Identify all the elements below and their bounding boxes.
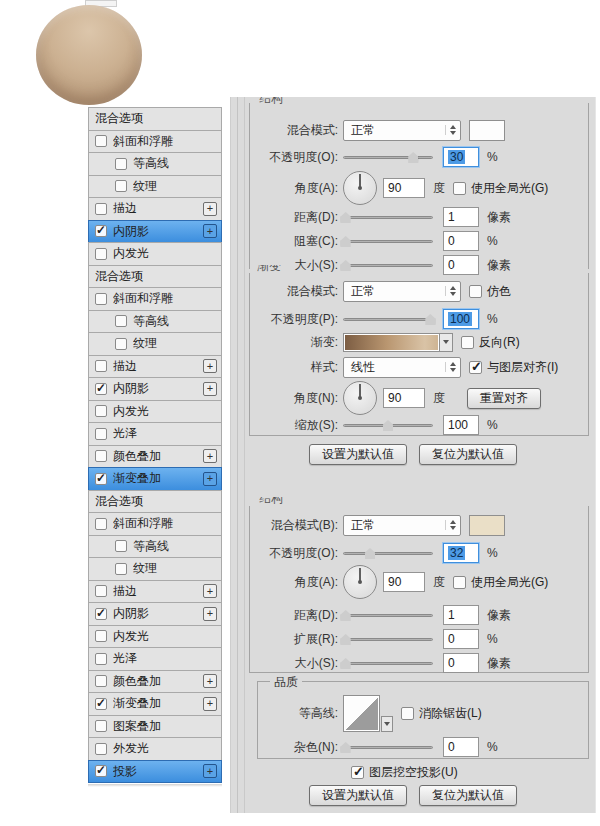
sidebar-effect-item[interactable]: 混合选项 +	[88, 107, 222, 131]
effect-checkbox[interactable]	[95, 473, 107, 485]
sidebar-effect-item[interactable]: 颜色叠加 +	[88, 445, 222, 469]
shadow-color-swatch[interactable]	[469, 515, 505, 536]
add-effect-button[interactable]: +	[203, 359, 217, 373]
effect-checkbox[interactable]	[95, 293, 107, 305]
effect-checkbox[interactable]	[115, 563, 127, 575]
scale-input[interactable]: 100	[443, 415, 479, 435]
choke-slider[interactable]	[343, 234, 433, 248]
effect-checkbox[interactable]	[95, 225, 107, 237]
size-input[interactable]: 0	[443, 255, 479, 275]
choke-input[interactable]: 0	[443, 231, 479, 251]
noise-input[interactable]: 0	[443, 737, 479, 757]
blend-mode-select[interactable]: 正常	[343, 120, 461, 141]
add-effect-button[interactable]: +	[203, 674, 217, 688]
reset-to-default-button[interactable]: 复位为默认值	[419, 785, 517, 806]
sidebar-effect-item[interactable]: 渐变叠加 +	[88, 692, 222, 716]
distance-slider[interactable]	[343, 210, 433, 224]
sidebar-effect-item[interactable]: 光泽 +	[88, 422, 222, 446]
dither-checkbox[interactable]	[469, 285, 482, 298]
add-effect-button[interactable]: +	[203, 449, 217, 463]
add-effect-button[interactable]: +	[203, 697, 217, 711]
effect-checkbox[interactable]	[95, 765, 107, 777]
sidebar-effect-item[interactable]: 纹理 +	[88, 175, 222, 199]
opacity-input[interactable]: 32	[443, 543, 479, 563]
effect-checkbox[interactable]	[95, 360, 107, 372]
add-effect-button[interactable]: +	[203, 584, 217, 598]
effect-checkbox[interactable]	[95, 203, 107, 215]
size-input[interactable]: 0	[443, 653, 479, 673]
effect-checkbox[interactable]	[95, 675, 107, 687]
add-effect-button[interactable]: +	[203, 224, 217, 238]
angle-input[interactable]: 90	[383, 178, 425, 198]
reset-to-default-button[interactable]: 复位为默认值	[419, 444, 517, 465]
angle-dial[interactable]	[343, 171, 377, 205]
sidebar-effect-item[interactable]: 纹理 +	[88, 332, 222, 356]
set-as-default-button[interactable]: 设置为默认值	[309, 444, 407, 465]
effect-checkbox[interactable]	[95, 450, 107, 462]
sidebar-effect-item[interactable]: 混合选项 +	[88, 265, 222, 289]
sidebar-effect-item[interactable]: 描边 +	[88, 580, 222, 604]
spread-slider[interactable]	[343, 632, 433, 646]
sidebar-effect-item[interactable]: 斜面和浮雕 +	[88, 130, 222, 154]
effect-checkbox[interactable]	[95, 383, 107, 395]
add-effect-button[interactable]: +	[203, 472, 217, 486]
effect-checkbox[interactable]	[95, 653, 107, 665]
sidebar-effect-item[interactable]: 外发光 +	[88, 737, 222, 761]
effect-checkbox[interactable]	[95, 428, 107, 440]
opacity-input[interactable]: 100	[443, 309, 479, 329]
sidebar-effect-item[interactable]: 混合选项 +	[88, 490, 222, 514]
contour-dropdown-arrow[interactable]	[381, 716, 393, 732]
sidebar-effect-item[interactable]: 渐变叠加 +	[88, 467, 222, 491]
effect-checkbox[interactable]	[115, 338, 127, 350]
sidebar-effect-item[interactable]: 图案叠加 +	[88, 715, 222, 739]
scale-slider[interactable]	[343, 418, 433, 432]
effect-checkbox[interactable]	[95, 608, 107, 620]
add-effect-button[interactable]: +	[203, 382, 217, 396]
add-effect-button[interactable]: +	[203, 764, 217, 778]
global-light-checkbox[interactable]	[453, 182, 466, 195]
sidebar-effect-item[interactable]: 等高线 +	[88, 152, 222, 176]
sidebar-effect-item[interactable]: 描边 +	[88, 355, 222, 379]
add-effect-button[interactable]: +	[203, 202, 217, 216]
gradient-swatch[interactable]	[343, 333, 440, 352]
opacity-slider[interactable]	[343, 312, 433, 326]
sidebar-effect-item[interactable]: 等高线 +	[88, 535, 222, 559]
sidebar-effect-item[interactable]: 内发光 +	[88, 625, 222, 649]
set-as-default-button[interactable]: 设置为默认值	[309, 785, 407, 806]
angle-input[interactable]: 90	[383, 388, 425, 408]
sidebar-effect-item[interactable]: 斜面和浮雕 +	[88, 287, 222, 311]
sidebar-effect-item[interactable]: 光泽 +	[88, 647, 222, 671]
angle-dial[interactable]	[343, 381, 377, 415]
sidebar-effect-item[interactable]: 颜色叠加 +	[88, 670, 222, 694]
effect-checkbox[interactable]	[95, 405, 107, 417]
angle-dial[interactable]	[343, 565, 377, 599]
blend-mode-select[interactable]: 正常	[343, 515, 461, 536]
size-slider[interactable]	[343, 258, 433, 272]
add-effect-button[interactable]: +	[203, 607, 217, 621]
effect-checkbox[interactable]	[115, 540, 127, 552]
spread-input[interactable]: 0	[443, 629, 479, 649]
blend-mode-select[interactable]: 正常	[343, 281, 461, 302]
shadow-color-swatch[interactable]	[469, 120, 505, 141]
sidebar-effect-item[interactable]: 内发光 +	[88, 242, 222, 266]
effect-checkbox[interactable]	[115, 315, 127, 327]
gradient-dropdown-arrow[interactable]	[440, 333, 453, 352]
effect-checkbox[interactable]	[95, 743, 107, 755]
anti-alias-checkbox[interactable]	[401, 707, 414, 720]
global-light-checkbox[interactable]	[453, 576, 466, 589]
sidebar-effect-item[interactable]: 内阴影 +	[88, 220, 222, 244]
sidebar-effect-item[interactable]: 纹理 +	[88, 557, 222, 581]
contour-thumbnail[interactable]	[343, 695, 380, 732]
distance-input[interactable]: 1	[443, 605, 479, 625]
reset-alignment-button[interactable]: 重置对齐	[467, 388, 541, 409]
distance-input[interactable]: 1	[443, 207, 479, 227]
opacity-slider[interactable]	[343, 150, 433, 164]
sidebar-effect-item[interactable]: 斜面和浮雕 +	[88, 512, 222, 536]
effect-checkbox[interactable]	[95, 698, 107, 710]
sidebar-effect-item[interactable]: 等高线 +	[88, 310, 222, 334]
effect-checkbox[interactable]	[95, 135, 107, 147]
effect-checkbox[interactable]	[95, 630, 107, 642]
sidebar-effect-item[interactable]: 内阴影 +	[88, 602, 222, 626]
angle-input[interactable]: 90	[383, 572, 425, 592]
size-slider[interactable]	[343, 656, 433, 670]
